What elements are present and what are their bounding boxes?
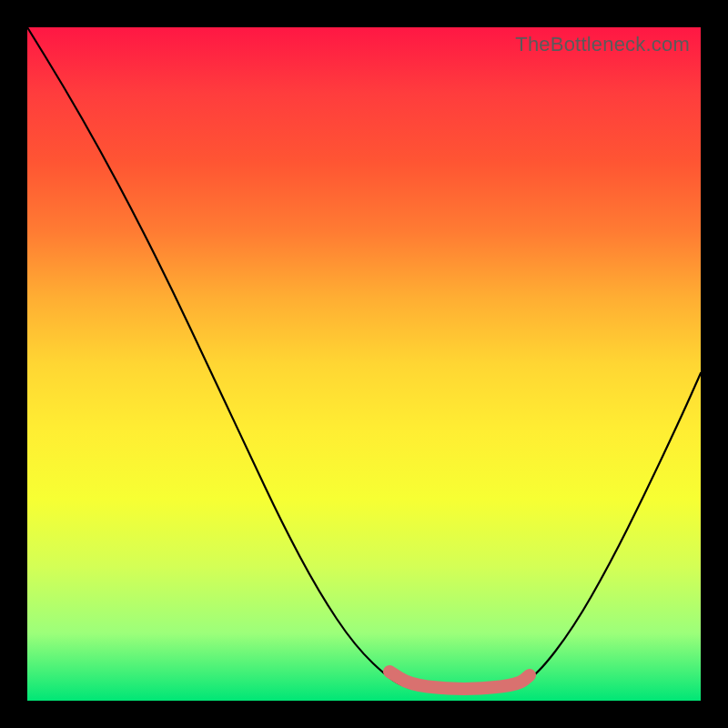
bottom-highlight xyxy=(389,672,530,689)
plot-area: TheBottleneck.com xyxy=(27,27,701,701)
chart-container: TheBottleneck.com xyxy=(0,0,728,728)
chart-curves xyxy=(27,27,701,701)
right-curve xyxy=(514,373,701,688)
left-curve xyxy=(27,27,410,688)
